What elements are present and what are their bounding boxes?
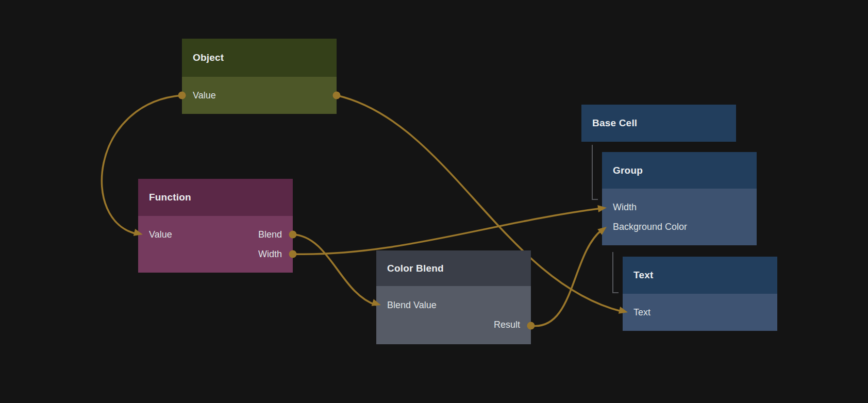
node-graph-canvas[interactable]: ObjectValueFunctionValueBlendWidthColor … [0,0,868,403]
node-text-header[interactable]: Text [623,257,777,294]
node-color-blend[interactable]: Color BlendBlend ValueResult [376,250,531,344]
port-label-blend-value: Blend Value [387,300,437,311]
port-label-width: Width [613,202,637,213]
node-text-title: Text [633,270,653,281]
node-group-port-row-1: Background Color [602,217,757,237]
node-group[interactable]: GroupWidthBackground Color [602,152,757,245]
port-label-background-color: Background Color [613,222,687,232]
node-group-body: WidthBackground Color [602,189,757,245]
node-function-port-row-0: ValueBlend [138,225,293,244]
node-group-port-row-0: Width [602,197,757,217]
node-base-cell-title: Base Cell [592,117,637,129]
bracket-basecell-group [592,145,598,199]
node-text[interactable]: TextText [623,257,777,331]
port-label-width: Width [258,249,282,260]
node-text-port-row-0: Text [623,303,777,322]
edge-function-blend-to-colorblend-blendvalue[interactable] [293,234,376,305]
node-object-header[interactable]: Object [182,39,337,77]
node-function-port-row-1: Width [138,244,293,264]
node-color-blend-header[interactable]: Color Blend [376,250,531,286]
node-color-blend-port-row-1: Result [376,315,531,335]
node-color-blend-title: Color Blend [387,263,444,274]
port-label-value: Value [149,229,172,240]
node-object-title: Object [193,52,224,63]
port-label-value: Value [193,90,216,101]
node-color-blend-port-row-0: Blend Value [376,296,531,315]
port-label-blend: Blend [258,229,282,240]
node-group-title: Group [613,165,643,176]
edge-colorblend-result-to-group-backgroundcolor[interactable] [531,230,602,326]
node-function-title: Function [149,192,191,203]
node-base-cell[interactable]: Base Cell [581,105,736,142]
node-group-header[interactable]: Group [602,152,757,189]
node-object-port-row-0: Value [182,86,337,105]
node-base-cell-header[interactable]: Base Cell [581,105,736,142]
node-object-body: Value [182,77,337,114]
bracket-group-text [613,252,619,293]
port-label-text: Text [633,307,650,318]
edge-function-width-to-group-width[interactable] [293,208,602,254]
node-function-body: ValueBlendWidth [138,216,293,273]
node-object[interactable]: ObjectValue [182,39,337,114]
node-function[interactable]: FunctionValueBlendWidth [138,179,293,273]
port-label-result: Result [494,320,520,330]
node-function-header[interactable]: Function [138,179,293,216]
node-color-blend-body: Blend ValueResult [376,286,531,344]
node-text-body: Text [623,294,777,331]
